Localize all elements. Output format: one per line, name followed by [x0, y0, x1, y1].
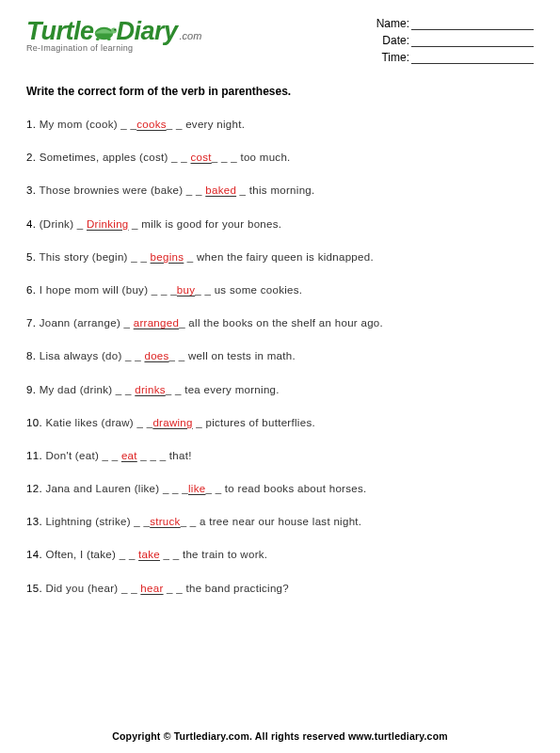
field-name: Name: [376, 17, 534, 30]
question-post: _ pictures of butterflies. [193, 417, 315, 428]
question-pre: Don't (eat) _ _ [45, 450, 121, 461]
svg-point-3 [95, 38, 99, 40]
question-post: _ when the fairy queen is kidnapped. [184, 251, 374, 263]
question-number: 5. [26, 251, 39, 263]
question-post: _ milk is good for your bones. [129, 218, 282, 230]
question-row: 13. Lightning (strike) _ _struck_ _ a tr… [26, 516, 534, 527]
question-row: 10. Katie likes (draw) _ _drawing _ pict… [26, 417, 534, 428]
question-post: _ _ every night. [167, 119, 245, 130]
question-post: _ _ _ that! [137, 450, 192, 461]
question-post: _ _ well on tests in math. [169, 350, 296, 361]
question-row: 4. (Drink) _ Drinking _ milk is good for… [26, 218, 534, 230]
questions-list: 1. My mom (cook) _ _cooks_ _ every night… [26, 119, 534, 594]
question-number: 12. [26, 483, 45, 494]
question-answer: eat [121, 450, 137, 461]
question-post: _ _ the band practicing? [164, 583, 289, 594]
logo-dotcom: .com [180, 30, 202, 41]
question-post: _ _ the train to work. [160, 549, 267, 560]
svg-point-2 [114, 29, 116, 31]
question-row: 1. My mom (cook) _ _cooks_ _ every night… [26, 119, 534, 130]
question-number: 13. [26, 516, 45, 527]
question-pre: Katie likes (draw) _ _ [45, 417, 152, 428]
question-pre: Lisa always (do) _ _ [40, 350, 145, 361]
question-number: 1. [26, 119, 40, 130]
logo: Turtle Diary .com Re-Imagination of lear… [26, 17, 201, 53]
question-row: 15. Did you (hear) _ _ hear _ _ the band… [26, 583, 534, 594]
question-answer: take [138, 549, 160, 560]
question-number: 8. [26, 350, 40, 361]
field-time: Time: [376, 51, 534, 64]
question-answer: begins [151, 251, 184, 263]
question-answer: hear [140, 583, 163, 594]
question-pre: My mom (cook) _ _ [40, 119, 137, 130]
question-row: 7. Joann (arrange) _ arranged_ all the b… [26, 317, 534, 328]
question-pre: (Drink) _ [40, 218, 87, 230]
question-answer: like [188, 483, 205, 494]
question-number: 11. [26, 450, 45, 461]
question-number: 9. [26, 384, 40, 395]
question-answer: buy [177, 284, 195, 296]
instruction: Write the correct form of the verb in pa… [26, 85, 534, 98]
question-pre: My dad (drink) _ _ [40, 384, 136, 395]
question-row: 14. Often, I (take) _ _ take _ _ the tra… [26, 549, 534, 560]
logo-word2: Diary [117, 17, 178, 46]
question-number: 15. [26, 583, 45, 594]
question-number: 6. [26, 284, 40, 296]
question-number: 4. [26, 218, 40, 230]
question-answer: Drinking [87, 218, 129, 230]
question-number: 7. [26, 317, 40, 328]
footer-copyright: Copyright © Turtlediary.com. All rights … [0, 730, 560, 742]
question-row: 11. Don't (eat) _ _ eat _ _ _ that! [26, 450, 534, 461]
question-answer: arranged [134, 317, 179, 328]
question-number: 14. [26, 549, 45, 560]
question-post: _ _ to read books about horses. [205, 483, 366, 494]
field-date: Date: [376, 34, 534, 47]
question-number: 10. [26, 417, 45, 428]
question-pre: I hope mom will (buy) _ _ _ [40, 284, 177, 296]
question-row: 2. Sometimes, apples (cost) _ _ cost_ _ … [26, 152, 534, 163]
question-row: 3. Those brownies were (bake) _ _ baked … [26, 184, 534, 196]
question-pre: Lightning (strike) _ _ [45, 516, 150, 527]
question-post: _ this morning. [236, 184, 314, 196]
question-number: 2. [26, 152, 40, 163]
question-pre: This story (begin) _ _ [39, 251, 150, 263]
question-pre: Sometimes, apples (cost) _ _ [40, 152, 191, 163]
question-post: _ all the books on the shelf an hour ago… [179, 317, 383, 328]
question-row: 12. Jana and Lauren (like) _ _ _like_ _ … [26, 483, 534, 494]
student-fields: Name: Date: Time: [376, 17, 534, 68]
question-row: 9. My dad (drink) _ _ drinks_ _ tea ever… [26, 384, 534, 395]
header: Turtle Diary .com Re-Imagination of lear… [26, 17, 534, 68]
question-post: _ _ a tree near our house last night. [181, 516, 362, 527]
question-answer: drawing [152, 417, 192, 428]
question-answer: does [144, 350, 168, 361]
turtle-icon [91, 21, 120, 43]
question-post: _ _ tea every morning. [166, 384, 280, 395]
question-pre: Did you (hear) _ _ [45, 583, 140, 594]
logo-tagline: Re-Imagination of learning [26, 43, 201, 53]
question-pre: Jana and Lauren (like) _ _ _ [45, 483, 188, 494]
question-pre: Those brownies were (bake) _ _ [39, 184, 205, 196]
question-row: 6. I hope mom will (buy) _ _ _buy_ _ us … [26, 284, 534, 296]
question-row: 5. This story (begin) _ _ begins _ when … [26, 251, 534, 263]
logo-word1: Turtle [26, 17, 94, 46]
question-answer: struck [150, 516, 180, 527]
question-answer: cost [191, 152, 212, 163]
question-answer: drinks [135, 384, 165, 395]
svg-point-4 [106, 38, 110, 40]
question-answer: cooks [136, 119, 167, 130]
question-answer: baked [205, 184, 236, 196]
question-post: _ _ us some cookies. [195, 284, 302, 296]
question-pre: Joann (arrange) _ [40, 317, 134, 328]
question-row: 8. Lisa always (do) _ _ does_ _ well on … [26, 350, 534, 361]
question-number: 3. [26, 184, 39, 196]
question-post: _ _ _ too much. [212, 152, 291, 163]
question-pre: Often, I (take) _ _ [45, 549, 138, 560]
